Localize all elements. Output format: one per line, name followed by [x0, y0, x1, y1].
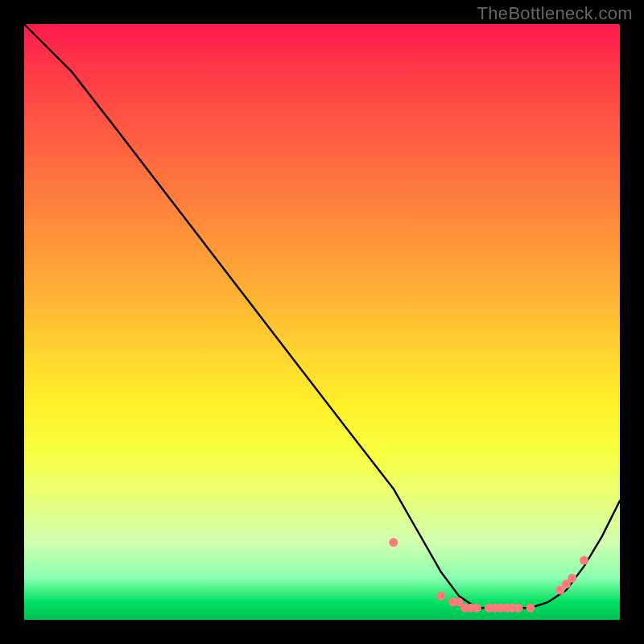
bottleneck-curve: [24, 24, 620, 620]
curve-marker: [473, 604, 481, 613]
curve-markers: [389, 538, 588, 612]
curve-line: [24, 24, 620, 608]
watermark-text: TheBottleneck.com: [477, 3, 633, 24]
curve-marker: [389, 538, 398, 547]
plot-area: [24, 24, 620, 620]
curve-marker: [580, 556, 588, 565]
curve-marker: [568, 574, 576, 583]
chart-frame: TheBottleneck.com: [0, 0, 644, 644]
curve-marker: [437, 592, 446, 601]
curve-marker: [514, 604, 523, 613]
curve-marker: [526, 604, 535, 613]
